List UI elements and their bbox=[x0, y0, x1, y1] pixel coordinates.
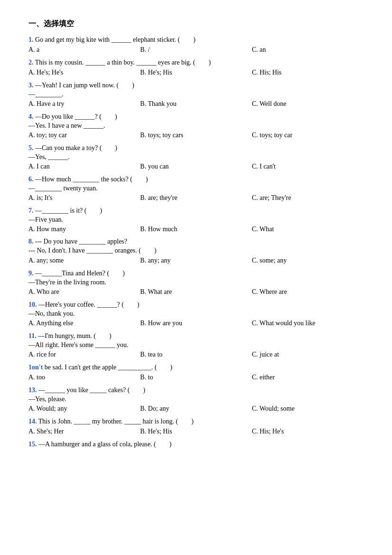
question-14: 14. This is John. _____ my brother. ____… bbox=[28, 417, 364, 435]
q6-option-a: A. is; It's bbox=[28, 194, 140, 202]
q1-text: Go and get my big kite with ______ eleph… bbox=[35, 36, 196, 43]
q10-option-a: A. Anything else bbox=[28, 320, 140, 327]
q4-line2: —Yes. I have a new ______. bbox=[28, 122, 364, 130]
q1-number: 1. bbox=[28, 36, 34, 43]
q4-option-b: B. toys; toy cars bbox=[140, 132, 252, 139]
q5-option-b: B. you can bbox=[140, 163, 252, 170]
q5-option-c: C. I can't bbox=[252, 163, 364, 170]
q8-option-c: C. some; any bbox=[252, 257, 364, 264]
question-11: 11. —I'm hungry, mum. ( ) —All right. He… bbox=[28, 332, 364, 358]
q11-number: 11. bbox=[28, 332, 37, 339]
q13-option-c: C. Would; some bbox=[252, 405, 364, 413]
q10-option-c: C. What would you like bbox=[252, 320, 364, 327]
q15-line1: —A hamburger and a glass of cola, please… bbox=[38, 441, 171, 448]
question-13: 13. —______ you like _____ cakes? ( ) —Y… bbox=[28, 386, 364, 413]
q12-option-a: A. too bbox=[28, 374, 140, 381]
q14-option-a: A. She's; Her bbox=[28, 428, 140, 435]
q2-text: This is my cousin. ______ a thin boy. __… bbox=[35, 59, 211, 66]
q9-line2: —They're in the living room. bbox=[28, 279, 364, 286]
q9-option-a: A. Who are bbox=[28, 288, 140, 296]
q7-line1: —________ is it? ( ) bbox=[35, 207, 102, 214]
question-12: 1on't be sad. I can't get the apple ____… bbox=[28, 363, 364, 381]
question-1: 1. Go and get my big kite with ______ el… bbox=[28, 36, 364, 54]
q12-text: be sad. I can't get the apple __________… bbox=[45, 364, 172, 371]
q13-option-a: A. Would; any bbox=[28, 405, 140, 413]
q10-line2: —No, thank you. bbox=[28, 310, 364, 318]
section-title: 一、选择填空 bbox=[28, 19, 364, 29]
q7-line2: —Five yuan. bbox=[28, 216, 364, 224]
question-7: 7. —________ is it? ( ) —Five yuan. A. H… bbox=[28, 207, 364, 233]
q7-number: 7. bbox=[28, 207, 34, 214]
q7-options: A. How many B. How much C. What bbox=[28, 226, 364, 233]
q6-line2: —________ twenty yuan. bbox=[28, 185, 364, 192]
q8-number: 8. bbox=[28, 238, 34, 245]
q3-option-a: A. Have a try bbox=[28, 100, 140, 108]
q9-line1: —______Tina and Helen? ( ) bbox=[35, 270, 125, 277]
q14-text: This is John. _____ my brother. _____ ha… bbox=[38, 418, 194, 425]
q11-line1: —I'm hungry, mum. ( ) bbox=[38, 332, 111, 339]
q2-options: A. He's; He's B. He's; His C. His; His bbox=[28, 69, 364, 76]
q2-number: 2. bbox=[28, 59, 34, 66]
q13-line1: —______ you like _____ cakes? ( ) bbox=[38, 386, 145, 394]
q4-option-c: C. toys; toy car bbox=[252, 132, 364, 139]
q6-options: A. is; It's B. are; they're C. are; They… bbox=[28, 194, 364, 202]
q5-line1: —Can you make a toy? ( ) bbox=[35, 144, 117, 151]
q14-options: A. She's; Her B. He's; His C. His; He's bbox=[28, 428, 364, 435]
question-5: 5. —Can you make a toy? ( ) —Yes, ______… bbox=[28, 144, 364, 170]
q3-line2: —________. bbox=[28, 91, 364, 98]
q11-option-c: C. juice at bbox=[252, 351, 364, 358]
q12-option-c: C. either bbox=[252, 374, 364, 381]
q7-option-c: C. What bbox=[252, 226, 364, 233]
q1-option-b: B. / bbox=[140, 46, 252, 54]
question-6: 6. —How much ________ the socks? ( ) —__… bbox=[28, 175, 364, 202]
q4-line1: —Do you like ______? ( ) bbox=[35, 113, 117, 120]
q14-option-c: C. His; He's bbox=[252, 428, 364, 435]
q12-options: A. too B. to C. either bbox=[28, 374, 364, 381]
question-3: 3. —Yeah! I can jump well now. ( ) —____… bbox=[28, 81, 364, 108]
q2-option-a: A. He's; He's bbox=[28, 69, 140, 76]
q15-number: 15. bbox=[28, 441, 37, 448]
q9-number: 9. bbox=[28, 270, 34, 277]
q10-number: 10. bbox=[28, 301, 37, 308]
question-2: 2. This is my cousin. ______ a thin boy.… bbox=[28, 58, 364, 76]
q5-line2: —Yes, ______. bbox=[28, 153, 364, 161]
q9-options: A. Who are B. What are C. Where are bbox=[28, 288, 364, 296]
q13-option-b: B. Do; any bbox=[140, 405, 252, 413]
q12-number: 1on't bbox=[28, 364, 43, 371]
q10-option-b: B. How are you bbox=[140, 320, 252, 327]
q11-option-a: A. rice for bbox=[28, 351, 140, 358]
q11-options: A. rice for B. tea to C. juice at bbox=[28, 351, 364, 358]
q4-option-a: A. toy; toy car bbox=[28, 132, 140, 139]
q5-number: 5. bbox=[28, 144, 34, 151]
q6-line1: —How much ________ the socks? ( ) bbox=[35, 176, 148, 183]
q3-option-c: C. Well done bbox=[252, 100, 364, 108]
q3-option-b: B. Thank you bbox=[140, 100, 252, 108]
q3-options: A. Have a try B. Thank you C. Well done bbox=[28, 100, 364, 108]
q3-number: 3. bbox=[28, 82, 34, 89]
q4-number: 4. bbox=[28, 113, 34, 120]
question-9: 9. —______Tina and Helen? ( ) —They're i… bbox=[28, 269, 364, 296]
q11-line2: —All right. Here's some ______ you. bbox=[28, 341, 364, 349]
q1-option-c: C. an bbox=[252, 46, 364, 54]
q13-options: A. Would; any B. Do; any C. Would; some bbox=[28, 405, 364, 413]
question-8: 8. --- Do you have ________ apples? --- … bbox=[28, 238, 364, 264]
q8-options: A. any; some B. any; any C. some; any bbox=[28, 257, 364, 264]
q5-options: A. I can B. you can C. I can't bbox=[28, 163, 364, 170]
question-10: 10. —Here's your coffee. ______? ( ) —No… bbox=[28, 301, 364, 327]
q12-option-b: B. to bbox=[140, 374, 252, 381]
question-15: 15. —A hamburger and a glass of cola, pl… bbox=[28, 440, 364, 449]
question-4: 4. —Do you like ______? ( ) —Yes. I have… bbox=[28, 113, 364, 139]
q14-option-b: B. He's; His bbox=[140, 428, 252, 435]
q6-option-b: B. are; they're bbox=[140, 194, 252, 202]
q10-options: A. Anything else B. How are you C. What … bbox=[28, 320, 364, 327]
q14-number: 14. bbox=[28, 418, 37, 425]
q2-option-b: B. He's; His bbox=[140, 69, 252, 76]
q7-option-a: A. How many bbox=[28, 226, 140, 233]
q9-option-c: C. Where are bbox=[252, 288, 364, 296]
q1-options: A. a B. / C. an bbox=[28, 46, 364, 54]
q11-option-b: B. tea to bbox=[140, 351, 252, 358]
q9-option-b: B. What are bbox=[140, 288, 252, 296]
q4-options: A. toy; toy car B. toys; toy cars C. toy… bbox=[28, 132, 364, 139]
q1-option-a: A. a bbox=[28, 46, 140, 54]
q2-option-c: C. His; His bbox=[252, 69, 364, 76]
